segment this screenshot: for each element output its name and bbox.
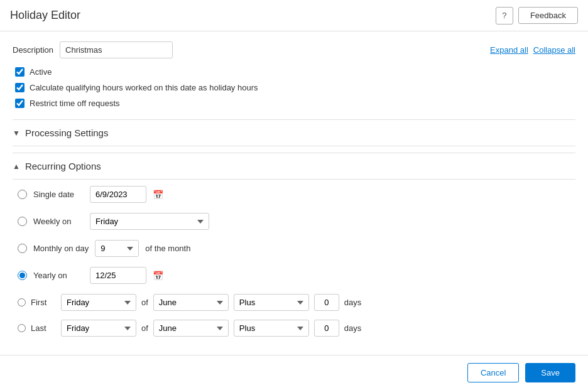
- qualifying-label: Calculate qualifying hours worked on thi…: [30, 83, 258, 92]
- first-row: First FridayMondayTuesday WednesdayThurs…: [13, 294, 575, 311]
- processing-title: Processing Settings: [25, 127, 109, 138]
- header: Holiday Editor ? Feedback: [0, 0, 588, 31]
- of-month-text: of the month: [145, 244, 190, 253]
- last-radio[interactable]: [18, 324, 26, 332]
- expand-all-link[interactable]: Expand all: [490, 45, 528, 55]
- last-days-input[interactable]: [314, 320, 339, 337]
- first-label: First: [31, 298, 56, 307]
- monthly-row: Monthly on day 9 1234 5678 10 of the mon…: [13, 240, 575, 257]
- footer: Cancel Save: [0, 355, 588, 390]
- single-date-input[interactable]: [90, 186, 146, 203]
- qualifying-checkbox-item: Calculate qualifying hours worked on thi…: [15, 83, 575, 92]
- description-input[interactable]: [60, 41, 173, 58]
- main-content: Description Expand all Collapse all Acti…: [0, 31, 588, 355]
- first-day-select[interactable]: FridayMondayTuesday WednesdayThursdaySat…: [61, 294, 136, 311]
- recurring-section: ▲ Recurring Options Single date 📅 Weekly…: [13, 153, 575, 337]
- monthly-day-select[interactable]: 9 1234 5678 10: [95, 240, 139, 257]
- first-radio[interactable]: [18, 298, 26, 306]
- save-button[interactable]: Save: [525, 363, 575, 382]
- restrict-checkbox[interactable]: [15, 99, 24, 108]
- yearly-calendar-icon[interactable]: 📅: [153, 271, 163, 281]
- collapse-all-link[interactable]: Collapse all: [533, 45, 575, 55]
- yearly-date-input[interactable]: [90, 267, 146, 284]
- help-button[interactable]: ?: [496, 7, 513, 24]
- restrict-checkbox-item: Restrict time off requests: [15, 99, 575, 108]
- weekly-label: Weekly on: [33, 217, 84, 226]
- header-actions: ? Feedback: [496, 7, 578, 24]
- processing-section: ▼ Processing Settings: [13, 119, 575, 146]
- recurring-title: Recurring Options: [25, 161, 101, 171]
- recurring-options: Single date 📅 Weekly on Friday Monday Tu…: [13, 186, 575, 337]
- active-checkbox[interactable]: [15, 67, 24, 77]
- weekly-radio[interactable]: [18, 217, 27, 226]
- single-date-radio[interactable]: [18, 190, 27, 199]
- single-date-row: Single date 📅: [13, 186, 575, 203]
- weekly-select[interactable]: Friday Monday Tuesday Wednesday Thursday…: [90, 213, 209, 230]
- first-month-select[interactable]: JuneJanuaryFebruaryMarch AprilMayJulyAug…: [153, 294, 229, 311]
- checkbox-group: Active Calculate qualifying hours worked…: [15, 67, 575, 108]
- single-date-label: Single date: [33, 190, 84, 199]
- last-of-text: of: [141, 323, 148, 333]
- processing-header[interactable]: ▼ Processing Settings: [13, 119, 575, 146]
- processing-arrow: ▼: [13, 129, 20, 138]
- yearly-row: Yearly on 📅: [13, 267, 575, 284]
- recurring-arrow: ▲: [13, 162, 20, 171]
- first-of-text: of: [141, 298, 148, 307]
- last-label: Last: [31, 323, 56, 333]
- last-row: Last FridayMondayTuesday WednesdayThursd…: [13, 320, 575, 337]
- expand-collapse-group: Expand all Collapse all: [490, 45, 575, 55]
- qualifying-checkbox[interactable]: [15, 83, 24, 92]
- monthly-radio[interactable]: [18, 244, 27, 253]
- monthly-label: Monthly on day: [33, 244, 89, 253]
- page-title: Holiday Editor: [10, 9, 80, 22]
- first-days-input[interactable]: [314, 294, 339, 311]
- last-day-select[interactable]: FridayMondayTuesday WednesdayThursdaySat…: [61, 320, 136, 337]
- description-label: Description: [13, 45, 53, 55]
- last-days-label: days: [344, 323, 361, 333]
- first-days-label: days: [344, 298, 361, 307]
- recurring-header[interactable]: ▲ Recurring Options: [13, 153, 575, 180]
- active-label: Active: [30, 67, 52, 77]
- last-month-select[interactable]: JuneJanuaryFebruaryMarch AprilMayJulyAug…: [153, 320, 229, 337]
- description-group: Description: [13, 41, 173, 58]
- feedback-button[interactable]: Feedback: [518, 7, 578, 24]
- top-row: Description Expand all Collapse all: [13, 41, 575, 58]
- single-date-calendar-icon[interactable]: 📅: [153, 190, 163, 200]
- active-checkbox-item: Active: [15, 67, 575, 77]
- yearly-label: Yearly on: [33, 271, 84, 280]
- first-plus-select[interactable]: PlusMinus: [234, 294, 309, 311]
- cancel-button[interactable]: Cancel: [467, 363, 519, 382]
- weekly-row: Weekly on Friday Monday Tuesday Wednesda…: [13, 213, 575, 230]
- last-plus-select[interactable]: PlusMinus: [234, 320, 309, 337]
- restrict-label: Restrict time off requests: [30, 99, 120, 108]
- yearly-radio[interactable]: [18, 271, 27, 280]
